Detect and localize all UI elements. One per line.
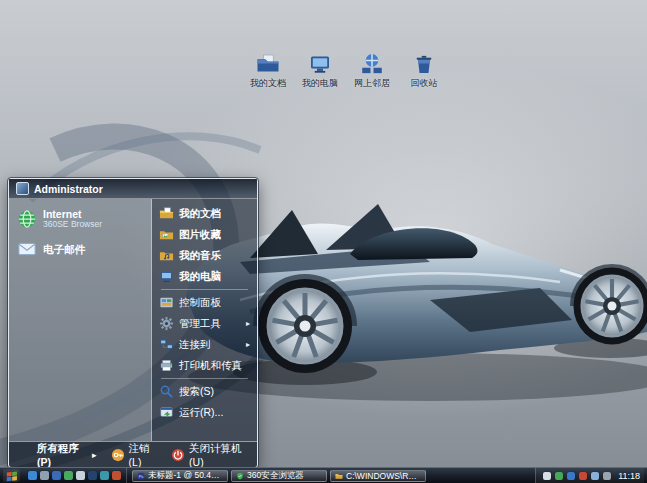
user-name: Administrator — [34, 183, 103, 195]
all-programs-button[interactable]: 所有程序(P) ▸ — [37, 442, 97, 468]
menu-item-label: 运行(R)... — [179, 406, 223, 420]
start-menu-user-banner: Administrator — [9, 179, 257, 199]
shut-down-button[interactable]: 关闭计算机(U) — [171, 442, 249, 468]
start-menu-item-mail[interactable]: 电子邮件 — [13, 237, 147, 261]
log-off-button[interactable]: 注销(L) — [111, 442, 158, 468]
taskbar-task-folder-open[interactable]: C:\WINDOWS\Reso... — [330, 470, 426, 482]
taskbar: Ps未标题-1 @ 50.4%...360安全浏览器C:\WINDOWS\Res… — [0, 467, 647, 483]
menu-item-label: 连接到 — [179, 338, 211, 352]
menu-item-label: 图片收藏 — [179, 228, 221, 242]
power-icon — [171, 448, 185, 462]
menu-item-label: 我的文档 — [179, 207, 221, 221]
submenu-arrow-icon: ▸ — [246, 340, 250, 349]
quick-launch-ie-icon[interactable] — [28, 471, 37, 480]
printer-icon — [159, 358, 174, 373]
start-menu-item-search[interactable]: 搜索(S) — [152, 381, 257, 402]
desktop-icon-label: 网上邻居 — [354, 79, 390, 89]
desktop-icon-label: 回收站 — [411, 79, 438, 89]
search-icon — [159, 384, 174, 399]
log-off-label: 注销(L) — [129, 442, 158, 468]
desktop-icon-label: 我的电脑 — [302, 79, 338, 89]
desktop-icon-network[interactable]: 网上邻居 — [347, 52, 397, 89]
start-menu-body: Internet360SE Browser电子邮件 我的文档图片收藏我的音乐我的… — [9, 199, 257, 441]
start-menu-item-printer[interactable]: 打印机和传真 — [152, 355, 257, 376]
menu-item-label: 搜索(S) — [179, 385, 214, 399]
desktop-icon-computer[interactable]: 我的电脑 — [295, 52, 345, 89]
tray-icon[interactable] — [591, 472, 599, 480]
start-menu-item-folder-pictures[interactable]: 图片收藏 — [152, 224, 257, 245]
desktop-screen: 我的文档我的电脑网上邻居回收站 Administrator Internet36… — [0, 0, 647, 483]
quick-launch-icon[interactable] — [100, 471, 109, 480]
session-controls: 注销(L) 关闭计算机(U) — [111, 442, 249, 468]
control-panel-icon — [159, 295, 174, 310]
desktop-icon-folder-documents[interactable]: 我的文档 — [243, 52, 293, 89]
start-menu-item-internet-globe[interactable]: Internet360SE Browser — [13, 206, 147, 232]
start-menu-item-connect-to[interactable]: 连接到▸ — [152, 334, 257, 355]
log-off-key-icon — [111, 448, 125, 462]
task-label: 360安全浏览器 — [247, 470, 304, 482]
quick-launch-icon[interactable] — [76, 471, 85, 480]
tray-icon[interactable] — [579, 472, 587, 480]
start-menu-item-text: Internet360SE Browser — [43, 208, 102, 230]
all-programs-label: 所有程序(P) — [37, 442, 88, 468]
start-menu-item-folder-documents-small[interactable]: 我的文档 — [152, 203, 257, 224]
quick-launch-bar — [23, 468, 127, 483]
system-tray: 11:18 — [535, 468, 644, 483]
start-menu-item-admin-tools[interactable]: 管理工具▸ — [152, 313, 257, 334]
submenu-arrow-icon: ▸ — [246, 319, 250, 328]
windows-logo-icon — [6, 470, 18, 482]
quick-launch-show-desktop-icon[interactable] — [40, 471, 49, 480]
computer-icon — [308, 52, 332, 76]
internet-globe-icon — [17, 209, 37, 229]
item-subtitle: 360SE Browser — [43, 220, 102, 230]
menu-item-label: 管理工具 — [179, 317, 221, 331]
start-menu-item-computer-small[interactable]: 我的电脑 — [152, 266, 257, 287]
item-title: 电子邮件 — [43, 243, 85, 255]
svg-text:Ps: Ps — [139, 473, 144, 478]
menu-item-label: 我的音乐 — [179, 249, 221, 263]
taskbar-task-shield-360[interactable]: 360安全浏览器 — [231, 470, 327, 482]
start-button[interactable] — [3, 469, 20, 482]
start-menu-item-run[interactable]: 运行(R)... — [152, 402, 257, 423]
connect-to-icon — [159, 337, 174, 352]
admin-tools-icon — [159, 316, 174, 331]
start-menu-item-text: 电子邮件 — [43, 243, 85, 255]
user-avatar-icon — [16, 182, 29, 195]
start-menu-bottom-bar: 所有程序(P) ▸ 注销(L) 关闭计算机(U) — [9, 441, 257, 467]
task-label: 未标题-1 @ 50.4%... — [148, 470, 223, 482]
folder-open-icon — [335, 472, 343, 480]
shut-down-label: 关闭计算机(U) — [189, 442, 249, 468]
quick-launch-icon[interactable] — [52, 471, 61, 480]
recycle-bin-icon — [412, 52, 436, 76]
run-icon — [159, 405, 174, 420]
desktop-icon-label: 我的文档 — [250, 79, 286, 89]
folder-pictures-icon — [159, 227, 174, 242]
taskbar-task-photoshop[interactable]: Ps未标题-1 @ 50.4%... — [132, 470, 228, 482]
tray-icon[interactable] — [603, 472, 611, 480]
menu-item-label: 打印机和传真 — [179, 359, 242, 373]
taskbar-task-area: Ps未标题-1 @ 50.4%...360安全浏览器C:\WINDOWS\Res… — [130, 470, 532, 482]
quick-launch-icon[interactable] — [88, 471, 97, 480]
tray-icon-group — [543, 472, 611, 480]
start-menu-item-folder-music[interactable]: 我的音乐 — [152, 245, 257, 266]
start-menu-item-control-panel[interactable]: 控制面板 — [152, 292, 257, 313]
start-menu: Administrator Internet360SE Browser电子邮件 … — [8, 178, 258, 468]
folder-documents-icon — [256, 52, 280, 76]
folder-documents-small-icon — [159, 206, 174, 221]
quick-launch-icon[interactable] — [64, 471, 73, 480]
photoshop-icon: Ps — [137, 472, 145, 480]
submenu-arrow-icon: ▸ — [92, 450, 97, 460]
network-icon — [360, 52, 384, 76]
tray-icon[interactable] — [567, 472, 575, 480]
folder-music-icon — [159, 248, 174, 263]
quick-launch-icon[interactable] — [112, 471, 121, 480]
mail-icon — [17, 239, 37, 259]
desktop-icon-recycle-bin[interactable]: 回收站 — [399, 52, 449, 89]
tray-icon[interactable] — [555, 472, 563, 480]
computer-small-icon — [159, 269, 174, 284]
task-label: C:\WINDOWS\Reso... — [346, 471, 421, 481]
menu-separator — [161, 378, 248, 379]
start-menu-left-column: Internet360SE Browser电子邮件 — [9, 199, 152, 441]
start-menu-right-column: 我的文档图片收藏我的音乐我的电脑控制面板管理工具▸连接到▸打印机和传真搜索(S)… — [152, 199, 257, 441]
tray-icon[interactable] — [543, 472, 551, 480]
